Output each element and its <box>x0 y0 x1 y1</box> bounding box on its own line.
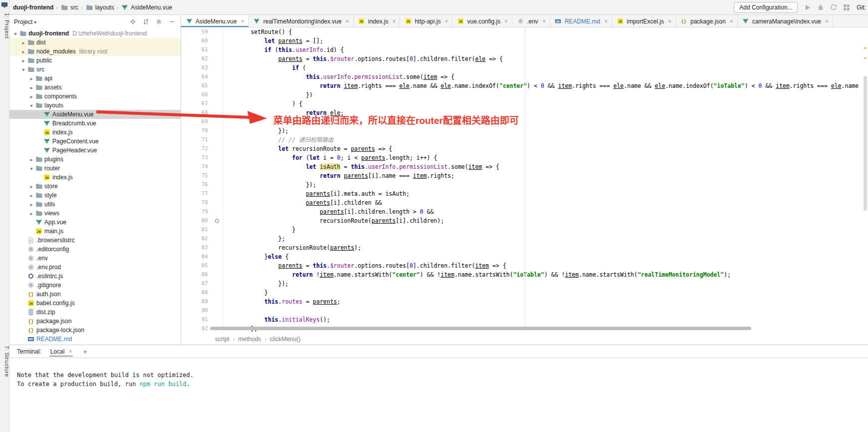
tree-item[interactable]: JSbabel.config.js <box>9 299 181 308</box>
code-line[interactable]: 91 this.initialKeys(); <box>181 315 868 324</box>
tree-item[interactable]: JSindex.js <box>9 128 181 137</box>
editor-code-area[interactable]: 59 setRoute() {60 let parents = [];61 if… <box>181 27 868 334</box>
recursive-call-icon[interactable] <box>211 216 223 225</box>
collapse-icon[interactable] <box>142 18 150 26</box>
project-view-selector[interactable]: Project▾ <box>14 18 36 25</box>
debug-icon[interactable] <box>817 3 825 11</box>
tree-item[interactable]: MDREADME.md <box>9 335 181 344</box>
code-line[interactable]: 84 }else { <box>181 252 868 261</box>
code-line[interactable]: 86 return !item.name.startsWith("center"… <box>181 270 868 279</box>
breadcrumb-item[interactable]: src <box>60 3 78 11</box>
hide-icon[interactable] <box>168 18 176 26</box>
tree-item[interactable]: dist.zip <box>9 308 181 317</box>
code-line[interactable]: 90 <box>181 306 868 315</box>
tree-item[interactable]: ▸public <box>9 56 181 65</box>
chevron-closed-icon[interactable]: ▸ <box>20 40 27 45</box>
code-line[interactable]: 60 let parents = []; <box>181 36 868 45</box>
tree-item[interactable]: .env.prod <box>9 263 181 272</box>
breadcrumb-item[interactable]: clickMenu() <box>270 336 300 343</box>
vertical-scrollbar[interactable] <box>863 28 868 333</box>
project-name[interactable]: duoji-frontend <box>13 4 53 11</box>
gear-icon[interactable] <box>155 18 163 26</box>
tree-item[interactable]: ▾duoji-frontendD:\zheheWeb\duoji-fronten… <box>9 29 181 38</box>
close-icon[interactable]: × <box>346 18 349 25</box>
tree-item[interactable]: {}auth.json <box>9 290 181 299</box>
chevron-closed-icon[interactable]: ▸ <box>28 76 35 81</box>
tree-item[interactable]: ▸store <box>9 182 181 191</box>
code-line[interactable]: 78 parents[i].children && <box>181 198 868 207</box>
editor-tab[interactable]: JSindex.js× <box>354 15 401 27</box>
tree-item[interactable]: App.vue <box>9 218 181 227</box>
tree-item[interactable]: .env <box>9 254 181 263</box>
code-line[interactable]: 85 parents = this.$router.options.routes… <box>181 261 868 270</box>
git-label[interactable]: Git: <box>857 4 866 11</box>
code-line[interactable]: 89 this.routes = parents; <box>181 297 868 306</box>
code-line[interactable]: 79 parents[i].children.length > 0 && <box>181 207 868 216</box>
code-line[interactable]: 61 if (this.userInfo.id) { <box>181 45 868 54</box>
code-line[interactable]: 88 } <box>181 288 868 297</box>
tree-item[interactable]: ▾src <box>9 65 181 74</box>
tree-item[interactable]: Breadcrumb.vue <box>9 119 181 128</box>
editor-tab[interactable]: .env× <box>512 15 550 27</box>
code-line[interactable]: 63 if ( <box>181 63 868 72</box>
breadcrumb-item[interactable]: methods <box>238 336 261 343</box>
close-icon[interactable]: × <box>825 18 829 25</box>
breadcrumb-item[interactable]: AsideMenu.vue <box>121 3 172 11</box>
tree-item[interactable]: ▸utils <box>9 200 181 209</box>
editor-tab[interactable]: cameraManage\index.vue× <box>738 15 833 27</box>
horizontal-scrollbar[interactable] <box>210 327 751 330</box>
grid-icon[interactable] <box>843 3 851 11</box>
run-icon[interactable] <box>804 3 812 11</box>
close-icon[interactable]: × <box>392 18 396 25</box>
tree-item[interactable]: PageHeader.vue <box>9 146 181 155</box>
code-line[interactable]: 70 }); <box>181 126 868 135</box>
code-line[interactable]: 62 parents = this.$router.options.routes… <box>181 54 868 63</box>
chevron-open-icon[interactable]: ▾ <box>12 31 19 36</box>
code-line[interactable]: 81 } <box>181 225 868 234</box>
editor-tab[interactable]: realTimeMonitoring\index.vue× <box>249 15 354 27</box>
tree-item[interactable]: ▸plugins <box>9 155 181 164</box>
tree-item[interactable]: ▸dist <box>9 38 181 47</box>
tree-item[interactable]: AsideMenu.vue <box>9 110 181 119</box>
code-line[interactable]: 76 }); <box>181 180 868 189</box>
sync-icon[interactable] <box>830 3 838 11</box>
code-line[interactable]: 82 }; <box>181 234 868 243</box>
tree-item[interactable]: PageContent.vue <box>9 137 181 146</box>
tree-item[interactable]: .eslintrc.js <box>9 272 181 281</box>
code-line[interactable]: 87 }); <box>181 279 868 288</box>
chevron-closed-icon[interactable]: ▸ <box>20 49 27 54</box>
tree-item[interactable]: JSindex.js <box>9 173 181 182</box>
code-line[interactable]: 75 return parents[i].name === item.right… <box>181 171 868 180</box>
close-icon[interactable]: × <box>444 18 448 25</box>
tree-item[interactable]: ▸api <box>9 74 181 83</box>
code-line[interactable]: 72 let recursionRoute = parents => { <box>181 144 868 153</box>
tool-window-button-structure[interactable]: 7: Structure <box>0 344 11 379</box>
tree-item[interactable]: ▸assets <box>9 83 181 92</box>
tree-item[interactable]: ▾layouts <box>9 101 181 110</box>
breadcrumb-item[interactable]: layouts <box>85 3 114 11</box>
tree-item[interactable]: .gitignore <box>9 281 181 290</box>
tree-item[interactable]: {}package.json <box>9 317 181 326</box>
chevron-closed-icon[interactable]: ▸ <box>28 193 35 198</box>
code-line[interactable]: 67 ) { <box>181 99 868 108</box>
tree-item[interactable]: ▸node_moduleslibrary root <box>9 47 181 56</box>
code-line[interactable]: 74 let isAuth = this.userInfo.permission… <box>181 162 868 171</box>
chevron-open-icon[interactable]: ▾ <box>20 67 27 72</box>
chevron-closed-icon[interactable]: ▸ <box>28 211 35 216</box>
editor-tab[interactable]: JShttp-api.js× <box>400 15 452 27</box>
locate-icon[interactable] <box>129 18 137 26</box>
editor-tab[interactable]: MDREADME.md× <box>550 15 612 27</box>
code-line[interactable]: 64 this.userInfo.permissionList.some(ite… <box>181 72 868 81</box>
tree-item[interactable]: .browserslistrc <box>9 236 181 245</box>
code-line[interactable]: 71 // // 递归权限路由 <box>181 135 868 144</box>
code-line[interactable]: 68 return ele; <box>181 108 868 117</box>
chevron-closed-icon[interactable]: ▸ <box>28 85 35 90</box>
close-icon[interactable]: × <box>730 18 733 25</box>
chevron-closed-icon[interactable]: ▸ <box>28 157 35 162</box>
close-icon[interactable]: × <box>504 18 508 25</box>
code-line[interactable]: 80 recursionRoute(parents[i].children); <box>181 216 868 225</box>
editor-tab[interactable]: JSimportExcel.js× <box>612 15 676 27</box>
tree-item[interactable]: ▸components <box>9 92 181 101</box>
code-line[interactable]: 83 recursionRoute(parents); <box>181 243 868 252</box>
code-line[interactable]: 65 return item.rights === ele.name && el… <box>181 81 868 90</box>
